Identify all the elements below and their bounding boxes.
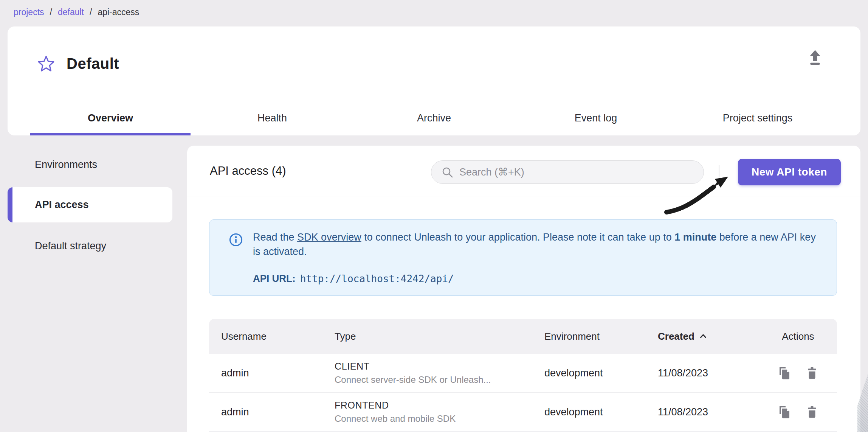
copy-icon — [777, 404, 792, 420]
alert-text: Read the SDK overview to connect Unleash… — [253, 230, 831, 259]
alert-text-segment: Read the — [253, 232, 297, 243]
project-title: Default — [67, 55, 119, 72]
sidebar-item-default-strategy[interactable]: Default strategy — [8, 235, 172, 257]
api-url-label: API URL: — [253, 273, 296, 284]
tab-project-settings[interactable]: Project settings — [677, 101, 839, 135]
sidebar-item-label: API access — [35, 199, 89, 211]
sort-ascending-icon — [699, 332, 707, 340]
alert-text-emphasis: 1 minute — [674, 232, 716, 243]
new-api-token-button[interactable]: New API token — [738, 159, 841, 185]
copy-token-button[interactable] — [776, 365, 792, 381]
tab-label: Overview — [88, 112, 133, 124]
sidebar-item-label: Environments — [35, 159, 97, 171]
api-tokens-table: Username Type Environment Created Action… — [209, 319, 837, 432]
delete-token-button[interactable] — [804, 365, 820, 381]
api-url-value: http://localhost:4242/api/ — [300, 273, 454, 284]
panel-header: API access (4) New API token — [187, 146, 860, 196]
search-input[interactable] — [459, 166, 704, 178]
column-header-actions: Actions — [782, 331, 814, 342]
sidebar-item-api-access[interactable]: API access — [8, 187, 172, 222]
table-row: admin CLIENT Connect server-side SDK or … — [209, 354, 837, 393]
alert-text-segment: before a new API key — [716, 232, 816, 243]
trash-icon — [804, 404, 820, 420]
tab-label: Event log — [575, 112, 617, 124]
cell-type: CLIENT Connect server-side SDK or Unleas… — [322, 361, 532, 385]
info-alert: Read the SDK overview to connect Unleash… — [209, 219, 837, 296]
cell-actions — [759, 404, 837, 420]
cell-username: admin — [209, 367, 322, 379]
column-header-username: Username — [209, 331, 322, 342]
token-type: FRONTEND — [335, 400, 532, 411]
cell-environment: development — [532, 406, 646, 418]
active-tab-indicator — [30, 133, 191, 135]
column-header-created-label: Created — [658, 331, 694, 342]
upload-icon — [806, 48, 824, 65]
sidebar-item-environments[interactable]: Environments — [8, 153, 172, 176]
api-access-panel: API access (4) New API token — [187, 146, 860, 432]
tab-archive[interactable]: Archive — [353, 101, 515, 135]
breadcrumb: projects / default / api-access — [14, 5, 139, 20]
cell-environment: development — [532, 367, 646, 379]
panel-title: API access (4) — [210, 146, 286, 196]
token-type: CLIENT — [335, 361, 532, 372]
tab-label: Archive — [417, 112, 451, 124]
column-header-environment: Environment — [532, 331, 646, 342]
search-icon — [441, 166, 453, 178]
favorite-star-button[interactable] — [37, 54, 55, 73]
breadcrumb-separator: / — [50, 7, 52, 17]
active-item-indicator — [8, 187, 12, 222]
breadcrumb-separator: / — [90, 7, 92, 17]
sdk-overview-link[interactable]: SDK overview — [297, 232, 361, 243]
column-header-created-sort[interactable]: Created — [646, 331, 759, 342]
cell-type: FRONTEND Connect web and mobile SDK — [322, 400, 532, 424]
cell-created: 11/08/2023 — [646, 367, 759, 379]
cell-username: admin — [209, 406, 322, 418]
search-box[interactable] — [431, 160, 704, 184]
tab-event-log[interactable]: Event log — [515, 101, 677, 135]
column-header-type: Type — [322, 331, 532, 342]
info-icon — [228, 232, 243, 249]
project-title-row: Default — [8, 26, 860, 101]
page: projects / default / api-access Default … — [0, 0, 868, 432]
breadcrumb-current-page: api-access — [98, 7, 139, 17]
token-type-description: Connect server-side SDK or Unleash... — [335, 375, 532, 385]
table-header-row: Username Type Environment Created Action… — [209, 319, 837, 354]
tab-health[interactable]: Health — [191, 101, 353, 135]
copy-icon — [777, 365, 792, 381]
breadcrumb-projects-link[interactable]: projects — [14, 7, 44, 17]
copy-token-button[interactable] — [776, 404, 792, 420]
tab-label: Health — [257, 112, 287, 124]
alert-text-segment: to connect Unleash to your application. … — [361, 232, 675, 243]
api-url-row: API URL: http://localhost:4242/api/ — [253, 273, 454, 284]
trash-icon — [804, 365, 820, 381]
delete-token-button[interactable] — [804, 404, 820, 420]
breadcrumb-default-link[interactable]: default — [58, 7, 84, 17]
star-icon — [37, 55, 55, 72]
export-button[interactable] — [806, 48, 824, 66]
alert-text-segment: is activated. — [253, 246, 307, 257]
tab-overview[interactable]: Overview — [29, 101, 191, 135]
table-row: admin FRONTEND Connect web and mobile SD… — [209, 393, 837, 432]
tab-bar: Overview Health Archive Event log Projec… — [29, 101, 839, 135]
project-header-card: Default Overview Health Archive Event lo… — [8, 26, 860, 135]
token-type-description: Connect web and mobile SDK — [335, 413, 532, 424]
sidebar-item-label: Default strategy — [35, 240, 106, 252]
cell-actions — [759, 365, 837, 381]
divider — [719, 165, 719, 177]
cell-created: 11/08/2023 — [646, 406, 759, 418]
tab-label: Project settings — [723, 112, 793, 124]
